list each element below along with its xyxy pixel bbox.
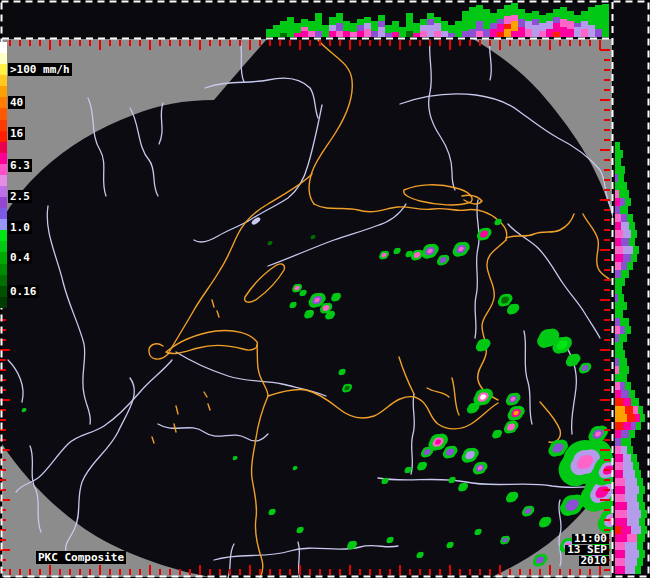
right-strip-bar (615, 542, 625, 550)
right-strip-bar (620, 206, 628, 214)
top-strip-bar (350, 32, 357, 37)
right-strip-bar (615, 502, 627, 510)
top-strip-bar (490, 29, 497, 37)
precip-cell (22, 409, 25, 412)
top-strip-bar (441, 31, 448, 37)
top-strip-bar (315, 31, 322, 37)
precip-cell (299, 292, 304, 297)
top-strip-bar (434, 17, 441, 23)
top-strip-bar (434, 31, 441, 37)
radar-screenshot: >100 mm/h40166.32.51.00.40.16 PKC Compos… (0, 0, 650, 578)
precip-cell (381, 254, 384, 257)
top-strip-bar (357, 31, 364, 37)
top-strip-bar (511, 21, 518, 31)
right-strip-bar (631, 254, 637, 262)
legend-color-step (0, 186, 7, 197)
right-strip-bar (627, 214, 633, 222)
right-strip-bar (615, 454, 623, 462)
right-strip-bar (625, 406, 633, 414)
right-strip-bar (615, 478, 625, 486)
right-strip-bar (637, 542, 643, 550)
top-strip-bar (301, 31, 308, 37)
precip-cell (424, 451, 428, 455)
top-strip-bar (371, 21, 378, 31)
top-strip-bar (546, 29, 553, 37)
right-strip-bar (615, 302, 627, 310)
precip-cell (347, 543, 353, 549)
top-strip-bar (469, 7, 476, 29)
precip-cell (501, 299, 506, 304)
right-strip-bar (637, 478, 643, 486)
top-strip-bar (406, 13, 413, 31)
top-strip-bar (336, 23, 343, 31)
top-strip-bar (581, 29, 588, 37)
right-strip-bar (625, 478, 637, 486)
top-strip-bar (553, 17, 560, 23)
top-strip-bar (420, 25, 427, 31)
precip-cell (458, 248, 461, 251)
top-strip-bar (329, 25, 336, 31)
top-strip-bar (406, 31, 413, 37)
top-strip-bar (518, 19, 525, 27)
right-strip-bar (629, 430, 635, 438)
legend-color-step (0, 197, 7, 208)
right-strip-bar (621, 390, 629, 398)
top-strip-bar (567, 29, 574, 37)
legend-label: 40 (8, 96, 25, 109)
top-strip-bar (476, 21, 483, 31)
right-strip-bar (629, 390, 635, 398)
right-strip-bar (623, 454, 631, 462)
top-strip-bar (378, 15, 385, 21)
right-strip-bar (615, 318, 620, 326)
right-strip-bar (623, 246, 633, 254)
right-strip-bar (615, 262, 621, 270)
legend-color-step (0, 297, 7, 308)
top-strip-bar (567, 21, 574, 29)
top-strip-bar (301, 27, 308, 31)
right-strip-bar (615, 494, 625, 502)
legend-label: >100 mm/h (8, 63, 72, 76)
right-strip-bar (615, 246, 623, 254)
right-strip-bar (639, 550, 645, 558)
precip-cell (414, 254, 418, 258)
right-strip-bar (623, 254, 631, 262)
legend-color-step (0, 142, 7, 153)
precip-cell (393, 250, 398, 255)
right-strip-bar (621, 446, 627, 454)
right-strip-bar (627, 502, 639, 510)
top-strip-bar (553, 32, 560, 37)
top-strip-bar (581, 11, 588, 21)
top-strip-bar (343, 31, 350, 37)
right-strip-bar (615, 358, 619, 366)
right-strip-bar (621, 222, 629, 230)
top-strip-bar (574, 15, 581, 23)
right-strip-bar (639, 518, 645, 526)
precip-cell (446, 451, 451, 456)
top-strip-bar (588, 7, 595, 25)
top-strip-bar (336, 31, 343, 37)
precip-cell (465, 453, 471, 459)
precip-cell (525, 510, 529, 514)
top-strip-bar (511, 31, 518, 37)
right-strip-bar (615, 486, 625, 494)
precip-cell (289, 304, 294, 309)
top-strip-bar (371, 31, 378, 37)
right-strip-bar (615, 190, 619, 198)
precip-cell (404, 469, 409, 474)
top-strip-bar (511, 3, 518, 15)
right-strip-bar (627, 518, 639, 526)
top-strip-bar (357, 25, 364, 31)
top-strip-bar (504, 24, 511, 29)
precip-cell (536, 559, 541, 564)
right-strip-bar (619, 190, 629, 198)
top-strip-bar (427, 25, 434, 37)
precip-cell (304, 312, 310, 318)
legend-color-step (0, 97, 7, 108)
product-label: PKC Composite (36, 551, 126, 564)
right-strip-bar (635, 470, 641, 478)
right-strip-bar (615, 334, 619, 342)
right-strip-bar (623, 462, 633, 470)
right-strip-bar (631, 526, 641, 534)
top-strip-bar (476, 31, 483, 37)
top-strip-bar (329, 17, 336, 25)
